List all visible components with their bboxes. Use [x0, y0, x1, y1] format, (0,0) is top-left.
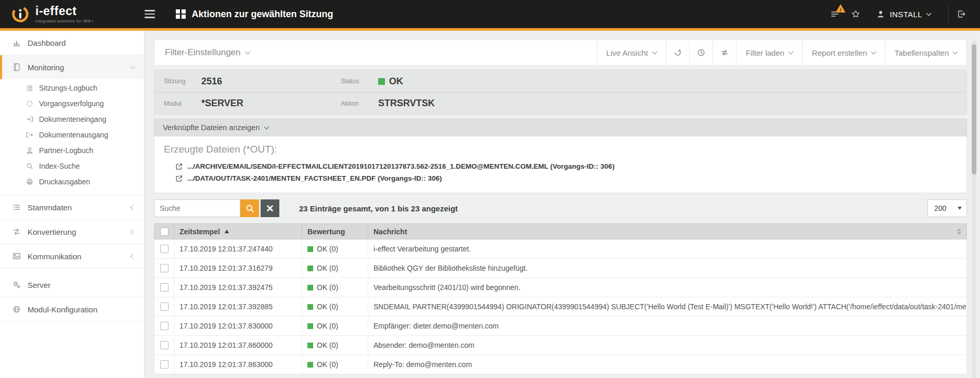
table-row[interactable]: 17.10.2019 12:01:37.316279 OK (0) Biblio…: [154, 259, 966, 278]
file-path: .../DATA/OUT/TASK-2401/MENTEN_FACTSHEET_…: [187, 174, 442, 182]
clear-search-button[interactable]: ✕: [261, 199, 279, 217]
sidebar-item-vorgangsverfolgung[interactable]: Vorgangsverfolgung: [0, 96, 144, 111]
row-checkbox[interactable]: [160, 322, 169, 330]
page-title: Aktionen zur gewählten Sitzung: [192, 9, 333, 20]
chevron-down-icon: [652, 49, 657, 54]
sidebar-item-modul-konfiguration[interactable]: Modul-Konfiguration: [0, 297, 144, 321]
ok-square-icon: [307, 343, 313, 348]
file-link[interactable]: .../DATA/OUT/TASK-2401/MENTEN_FACTSHEET_…: [164, 172, 957, 184]
action-value: STRSRVTSK: [378, 98, 435, 109]
column-header-zeitstempel[interactable]: Zeitstempel: [174, 224, 302, 239]
sidebar-item-label: Kommunikation: [28, 252, 81, 261]
brand-name: i-effect: [35, 5, 94, 17]
refresh-icon: [674, 48, 682, 57]
chevron-left-icon: [131, 205, 136, 210]
filter-settings-toggle[interactable]: Filter-Einstellungen: [154, 40, 250, 65]
column-label: Zeitstempel: [179, 228, 220, 236]
sidebar-item-dokumentenausgang[interactable]: Dokumentenausgang: [0, 127, 144, 143]
favorites-button[interactable]: [847, 6, 864, 22]
sidebar-item-sitzungs-logbuch[interactable]: Sitzungs-Logbuch: [0, 80, 144, 96]
sidebar-item-monitoring[interactable]: Monitoring: [0, 55, 144, 79]
sidebar-item-dokumenteneingang[interactable]: Dokumenteneingang: [0, 111, 144, 127]
repeat-arrows-icon: [720, 48, 729, 57]
linked-files-toggle[interactable]: Verknüpfte Dateien anzeigen: [154, 119, 967, 136]
table-row[interactable]: 17.10.2019 12:01:37.392475 OK (0) Vearbe…: [154, 278, 966, 297]
star-icon: [852, 10, 860, 18]
row-checkbox[interactable]: [160, 360, 169, 369]
live-view-button[interactable]: Live Ansicht: [597, 40, 666, 65]
chevron-down-icon: [264, 124, 269, 129]
logo-swoosh-icon: [10, 4, 30, 24]
brand-tagline: integrated solutions for IBM i: [35, 19, 94, 23]
load-filter-button[interactable]: Filter laden: [736, 40, 802, 65]
notifications-button[interactable]: !: [827, 6, 843, 22]
live-view-label: Live Ansicht: [607, 48, 648, 57]
scrollbar-thumb[interactable]: [972, 44, 976, 174]
cell-message: Reply-To: demo@menten.com: [368, 355, 966, 374]
table-columns-button[interactable]: Tabellenspalten: [885, 40, 966, 65]
cell-rating: OK (0): [302, 278, 368, 297]
chevron-down-icon: [788, 49, 793, 54]
dashboard-chart-icon: [12, 39, 21, 47]
cell-timestamp: 17.10.2019 12:01:37.392475: [174, 278, 302, 297]
select-all-checkbox[interactable]: [160, 228, 169, 236]
history-clock-button[interactable]: [689, 40, 713, 65]
row-checkbox[interactable]: [160, 341, 169, 349]
vertical-scrollbar[interactable]: [972, 40, 976, 378]
auto-reload-button[interactable]: [713, 40, 736, 65]
row-checkbox[interactable]: [160, 264, 169, 272]
file-link[interactable]: .../ARCHIVE/EMAIL/SEND/I-EFFECTMAILCLIEN…: [164, 160, 957, 172]
cell-rating: OK (0): [302, 355, 368, 374]
sidebar-item-index-suche[interactable]: Index-Suche: [0, 158, 144, 174]
document-outbound-icon: [26, 131, 33, 138]
sidebar-item-label: Dashboard: [28, 39, 66, 47]
module-label: Modul: [164, 100, 201, 107]
sidebar-item-kommunikation[interactable]: Kommunikation: [0, 244, 144, 268]
row-checkbox[interactable]: [160, 283, 169, 292]
ieffect-logo[interactable]: i-effect integrated solutions for IBM i: [10, 4, 134, 24]
table-row[interactable]: 17.10.2019 12:01:37.860000 OK (0) Absend…: [154, 336, 966, 355]
session-info-panel: Sitzung 2516 Status OK Modul *SERVER Akt…: [154, 70, 967, 115]
page-size-value: 200: [934, 204, 946, 212]
chevron-left-icon: [131, 229, 136, 234]
sidebar-item-label: Konvertierung: [28, 228, 76, 236]
sidebar-item-label: Monitoring: [28, 63, 64, 72]
sort-ascending-icon: [225, 230, 229, 233]
table-row[interactable]: 17.10.2019 12:01:37.392885 OK (0) SNDEMA…: [154, 297, 966, 317]
column-header-nachricht[interactable]: Nachricht: [368, 224, 966, 239]
sort-both-icon: [957, 229, 961, 235]
linked-files-label: Verknüpfte Dateien anzeigen: [163, 123, 260, 132]
sidebar-item-druckausgaben[interactable]: Druckausgaben: [0, 174, 144, 190]
table-row[interactable]: 17.10.2019 12:01:37.830000 OK (0) Empfän…: [154, 317, 966, 336]
user-menu[interactable]: INSTALL: [871, 6, 936, 23]
cell-timestamp: 17.10.2019 12:01:37.830000: [174, 317, 302, 335]
page-size-select[interactable]: 200: [927, 199, 967, 217]
sidebar-item-server[interactable]: Server: [0, 273, 144, 297]
create-report-button[interactable]: Report erstellen: [802, 40, 885, 65]
search-input[interactable]: [154, 199, 240, 217]
sidebar-item-label: Index-Suche: [39, 162, 80, 170]
main-content: Filter-Einstellungen Live Ansicht: [145, 31, 980, 378]
table-row[interactable]: 17.10.2019 12:01:37.863000 OK (0) Reply-…: [154, 355, 966, 374]
session-label: Sitzung: [164, 78, 201, 85]
row-checkbox[interactable]: [160, 303, 169, 311]
sidebar-item-partner-logbuch[interactable]: Partner-Logbuch: [0, 143, 144, 158]
search-button[interactable]: [240, 199, 259, 217]
search-bar: ✕ 23 Einträge gesamt, von 1 bis 23 angez…: [154, 199, 967, 217]
printer-icon: [26, 178, 33, 185]
column-header-bewertung[interactable]: Bewertung: [302, 224, 368, 239]
row-checkbox[interactable]: [160, 245, 169, 253]
cell-timestamp: 17.10.2019 12:01:37.860000: [174, 336, 302, 355]
chevron-down-icon: [958, 207, 962, 210]
sidebar-item-konvertierung[interactable]: Konvertierung: [0, 220, 144, 244]
logout-button[interactable]: [948, 6, 970, 22]
refresh-button[interactable]: [666, 40, 689, 65]
menu-toggle-button[interactable]: [141, 7, 158, 21]
cell-rating: OK (0): [302, 240, 368, 258]
cell-message: Empfänger: dieter.demo@menten.com: [368, 317, 966, 335]
sidebar-item-label: Modul-Konfiguration: [28, 305, 97, 314]
sidebar-item-dashboard[interactable]: Dashboard: [0, 31, 144, 55]
ok-square-icon: [307, 285, 313, 291]
sidebar-item-stammdaten[interactable]: Stammdaten: [0, 195, 144, 219]
table-row[interactable]: 17.10.2019 12:01:37.247440 OK (0) i-effe…: [154, 240, 966, 259]
